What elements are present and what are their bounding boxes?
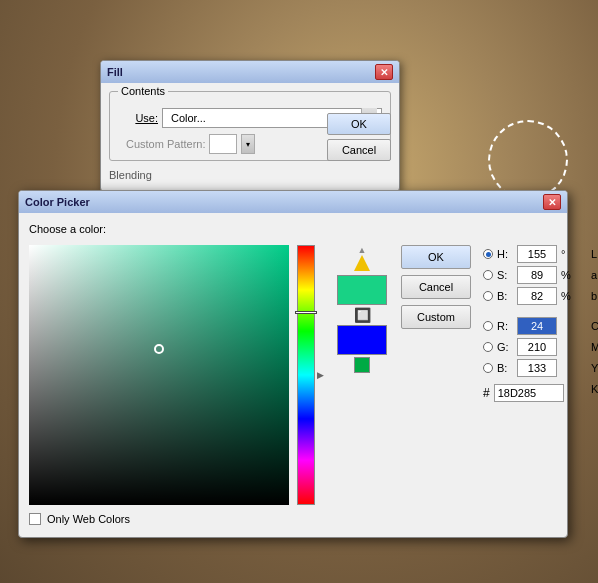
cp-hex-row: # [483,384,575,402]
cp-r-label: R: [497,320,513,332]
fill-dialog: Fill ✕ Contents Use: Color... ▾ Custom P… [100,60,400,192]
cp-new-color-swatch [337,275,387,305]
cp-hue-scroll-right[interactable]: ▶ [317,370,327,380]
cp-b2-row: B: [483,359,575,377]
cp-s-label: S: [497,269,513,281]
fill-pattern-arrow[interactable]: ▾ [241,134,255,154]
cp-g-label: G: [497,341,513,353]
cp-title: Color Picker [25,196,90,208]
cp-k-label: K: [591,383,598,395]
cp-body: Choose a color: ▶ ▲ [19,213,567,537]
cp-hex-input[interactable] [494,384,564,402]
cp-hash: # [483,386,490,400]
cp-cancel-button[interactable]: Cancel [401,275,471,299]
cp-gradient-picker[interactable] [29,245,289,505]
cp-r-input[interactable] [517,317,557,335]
cp-hue-indicator [295,311,317,314]
cp-blab-row: b: [591,287,598,305]
fill-ok-button[interactable]: OK [327,113,391,135]
cp-web-colors-checkbox[interactable] [29,513,41,525]
cp-b2-input[interactable] [517,359,557,377]
cp-right-fields: L: a: b: C: % [591,245,598,398]
cp-g-radio[interactable] [483,342,493,352]
cp-l-row: L: [591,245,598,263]
fill-buttons: OK Cancel [327,113,391,161]
color-picker-dialog: Color Picker ✕ Choose a color: ▶ [18,190,568,538]
fill-titlebar: Fill ✕ [101,61,399,83]
cp-r-row: R: [483,317,575,335]
cp-bottom-swatch [354,357,370,373]
cp-gradient-dark [29,245,289,505]
fill-blending-label: Blending [109,167,391,183]
cp-h-row: H: ° [483,245,575,263]
cp-m-row: M: % [591,338,598,356]
fill-use-label: Use: [118,112,158,124]
cp-close-button[interactable]: ✕ [543,194,561,210]
cp-r-radio[interactable] [483,321,493,331]
cp-b-unit: % [561,290,575,302]
cp-y-row: Y: % [591,359,598,377]
cp-h-radio[interactable] [483,249,493,259]
fill-group-legend: Contents [118,85,168,97]
cp-s-radio[interactable] [483,270,493,280]
cp-left-fields: H: ° S: % B: % [483,245,575,402]
cp-b-input[interactable] [517,287,557,305]
cp-b-label: B: [497,290,513,302]
fill-title: Fill [107,66,123,78]
cp-titlebar: Color Picker ✕ [19,191,567,213]
cp-buttons: OK Cancel Custom [401,245,471,329]
cp-g-row: G: [483,338,575,356]
cp-s-row: S: % [483,266,575,284]
fill-close-button[interactable]: ✕ [375,64,393,80]
cp-a-label: a: [591,269,598,281]
cp-blab-label: b: [591,290,598,302]
cp-b-radio[interactable] [483,291,493,301]
cp-c-label: C: [591,320,598,332]
cp-b2-radio[interactable] [483,363,493,373]
cp-b2-label: B: [497,362,513,374]
cp-k-row: K: % [591,380,598,398]
cp-main-row: ▶ ▲ 🔲 OK Cancel [29,245,557,505]
cp-footer: Only Web Colors [29,511,557,527]
cp-hue-slider[interactable] [297,245,315,505]
cp-m-label: M: [591,341,598,353]
fill-pattern-label: Custom Pattern: [126,138,205,150]
fill-body: Contents Use: Color... ▾ Custom Pattern:… [101,83,399,191]
cp-a-row: a: [591,266,598,284]
cp-h-unit: ° [561,248,575,260]
cp-subtitle: Choose a color: [29,223,557,235]
cp-ok-button[interactable]: OK [401,245,471,269]
cp-web-colors-icon[interactable]: 🔲 [354,307,370,323]
cp-b-row: B: % [483,287,575,305]
cp-s-unit: % [561,269,575,281]
cp-custom-button[interactable]: Custom [401,305,471,329]
cp-web-colors-label: Only Web Colors [47,513,130,525]
cp-h-input[interactable] [517,245,557,263]
fill-pattern-swatch [209,134,237,154]
cp-s-input[interactable] [517,266,557,284]
cp-c-row: C: % [591,317,598,335]
cp-old-color-swatch [337,325,387,355]
cp-g-input[interactable] [517,338,557,356]
cp-l-label: L: [591,248,598,260]
cp-y-label: Y: [591,362,598,374]
fill-cancel-button[interactable]: Cancel [327,139,391,161]
cp-out-of-gamut-warning[interactable] [354,255,370,271]
cp-h-label: H: [497,248,513,260]
